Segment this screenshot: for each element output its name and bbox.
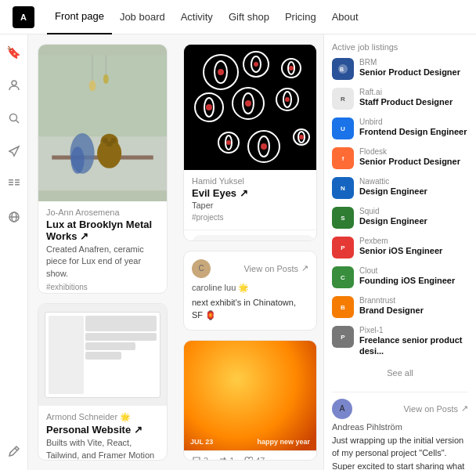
orange-label-right: happy new year — [257, 438, 310, 446]
svg-point-50 — [261, 143, 267, 150]
job-info-clout: Clout Founding iOS Engineer — [359, 266, 468, 286]
stat-reposts: 1 — [218, 456, 234, 461]
post-author-lux: Jo-Ann Arosemena — [46, 208, 159, 217]
left-feed: Jo-Ann Arosemena Lux at Brooklyn Metal W… — [28, 34, 177, 470]
svg-rect-7 — [15, 182, 20, 183]
job-item-nawattic[interactable]: N Nawattic Design Engineer — [332, 177, 468, 199]
svg-point-41 — [245, 100, 251, 107]
external-link-icon: ↗ — [301, 263, 308, 273]
nav-bar: A Front page Job board Activity Gift sho… — [0, 0, 476, 34]
jobs-section-title: Active job listings — [332, 42, 468, 52]
nav-link-about[interactable]: About — [324, 0, 366, 34]
job-logo-nawattic: N — [332, 177, 354, 199]
post-card-website: Armond Schneider 🌟 Personal Website ↗ Bu… — [38, 303, 168, 461]
orange-label-left: JUL 23 — [190, 438, 213, 446]
nav-logo[interactable]: A — [13, 6, 34, 28]
bookmark-icon[interactable]: 🔖 — [5, 44, 23, 61]
author-row-caroline: C — [192, 259, 211, 278]
mockup-sidebar — [49, 316, 84, 395]
job-info-brm: BRM Senior Product Designer — [359, 58, 468, 78]
job-item-unbird[interactable]: U Unbird Frontend Design Engineer — [332, 118, 468, 139]
avatar-caroline: C — [192, 259, 211, 278]
svg-point-0 — [12, 81, 16, 85]
post-meta-website: Armond Schneider 🌟 Personal Website ↗ Bu… — [38, 406, 167, 461]
job-item-brm[interactable]: B BRM Senior Product Designer — [332, 58, 468, 80]
job-logo-branntrust: B — [332, 296, 354, 318]
svg-text:B: B — [340, 67, 344, 72]
job-info-flodesk: Flodesk Senior Product Designer — [359, 147, 468, 167]
job-logo-pexbem: P — [332, 237, 354, 258]
middle-feed: Hamid Yuksel Evil Eyes ↗ Taper #projects… — [177, 34, 323, 470]
post-content-caroline: next exhibit's in Chinatown, SF 🏮 — [192, 296, 308, 322]
nav-link-activity[interactable]: Activity — [173, 0, 221, 34]
job-item-squid[interactable]: S Squid Design Engineer — [332, 207, 468, 229]
job-item-clout[interactable]: C Clout Founding iOS Engineer — [332, 266, 468, 288]
post-card-evil-eyes: Hamid Yuksel Evil Eyes ↗ Taper #projects… — [183, 44, 317, 241]
logo-text: A — [20, 13, 27, 22]
see-all-link[interactable]: See all — [332, 365, 468, 385]
website-mockup — [45, 312, 160, 399]
svg-line-2 — [16, 121, 19, 124]
profile-icon[interactable] — [5, 77, 23, 94]
nav-link-giftshop[interactable]: Gift shop — [221, 0, 277, 34]
view-on-posts-sidebar[interactable]: View on Posts ↗ — [403, 403, 468, 414]
left-sidebar: 🔖 — [0, 34, 28, 470]
sidebar-author-row: A — [332, 399, 352, 419]
post-author-evil-eyes: Hamid Yuksel — [192, 176, 308, 186]
job-item-flodesk[interactable]: f Flodesk Senior Product Designer — [332, 147, 468, 169]
job-info-raft: Raft.ai Staff Product Designer — [359, 88, 468, 107]
job-info-nawattic: Nawattic Design Engineer — [359, 177, 468, 197]
svg-rect-6 — [15, 179, 20, 181]
svg-point-25 — [103, 74, 109, 84]
stat-comments: 3 — [192, 456, 208, 461]
job-info-unbird: Unbird Frontend Design Engineer — [359, 118, 468, 137]
send-icon[interactable] — [5, 143, 23, 160]
avatar-andreas: A — [332, 399, 352, 419]
svg-point-44 — [285, 97, 290, 102]
nav-link-frontpage[interactable]: Front page — [47, 0, 112, 34]
job-logo-unbird: U — [332, 118, 354, 139]
nav-link-jobboard[interactable]: Job board — [112, 0, 173, 34]
svg-rect-8 — [15, 184, 20, 186]
post-title-lux[interactable]: Lux at Brooklyn Metal Works ↗ — [46, 219, 159, 242]
svg-point-29 — [218, 69, 224, 75]
edit-icon[interactable] — [5, 443, 23, 461]
job-info-pixel: Pixel-1 Freelance senior product desi... — [359, 326, 468, 357]
evil-eyes-svg — [186, 45, 315, 170]
sidebar-post-header: A View on Posts ↗ — [332, 399, 468, 419]
job-info-squid: Squid Design Engineer — [359, 207, 468, 226]
post-desc-lux: Created Anafren, ceramic piece for Lux e… — [46, 244, 159, 280]
nav-link-pricing[interactable]: Pricing — [277, 0, 324, 34]
evil-eyes-image — [184, 45, 316, 170]
sidebar-post-author: Andreas Pihlström — [332, 422, 468, 432]
post-meta-evil-eyes: Hamid Yuksel Evil Eyes ↗ Taper #projects — [184, 170, 316, 230]
feed-icon[interactable] — [5, 175, 23, 193]
stat-likes: 47 — [243, 456, 265, 461]
sidebar-post-text: Just wrapping up the initial version of … — [332, 434, 468, 470]
job-info-pexbem: Pexbem Senior iOS Engineer — [359, 237, 468, 256]
svg-point-38 — [206, 104, 212, 110]
job-item-pixel[interactable]: P Pixel-1 Freelance senior product desi.… — [332, 326, 468, 357]
job-logo-brm: B — [332, 58, 354, 80]
svg-point-32 — [254, 62, 258, 67]
job-item-pexbem[interactable]: P Pexbem Senior iOS Engineer — [332, 237, 468, 258]
job-logo-pixel: P — [332, 326, 354, 348]
reply-input-evil-eyes[interactable] — [192, 235, 316, 241]
heart-icon — [243, 456, 253, 461]
post-title-evil-eyes[interactable]: Evil Eyes ↗ — [192, 187, 308, 199]
search-icon[interactable] — [5, 110, 23, 127]
post-stats-orange: 3 1 47 — [184, 450, 316, 461]
job-item-branntrust[interactable]: B Branntrust Brand Designer — [332, 296, 468, 318]
post-author-website: Armond Schneider 🌟 — [46, 412, 159, 422]
external-link-icon-2: ↗ — [461, 403, 468, 414]
nav-links: Front page Job board Activity Gift shop … — [47, 0, 366, 34]
post-card-lux: Jo-Ann Arosemena Lux at Brooklyn Metal W… — [38, 44, 168, 294]
globe-icon[interactable] — [5, 208, 23, 226]
post-header-caroline: C View on Posts ↗ — [192, 259, 308, 278]
job-item-raft[interactable]: R Raft.ai Staff Product Designer — [332, 88, 468, 110]
post-title-website[interactable]: Personal Website ↗ — [46, 424, 159, 436]
brm-icon: B — [337, 63, 349, 75]
svg-rect-5 — [9, 184, 13, 186]
view-on-posts-caroline[interactable]: View on Posts ↗ — [243, 263, 308, 273]
post-card-caroline: C View on Posts ↗ caroline luu 🌟 next ex… — [183, 251, 317, 331]
